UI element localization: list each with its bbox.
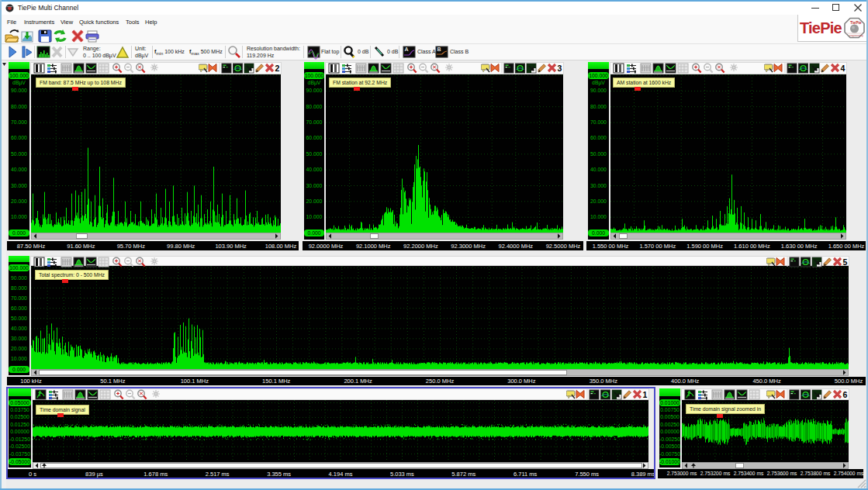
svg-text:2: 2 [275,64,280,73]
svg-text:A: A [405,47,409,52]
svg-text:1: 1 [643,390,648,399]
svg-text:3: 3 [558,64,562,73]
svg-text:B: B [437,47,441,52]
svg-text:4: 4 [841,64,846,73]
svg-text:TiePie: TiePie [850,20,862,25]
svg-text:engineering: engineering [849,34,863,37]
svg-text:6: 6 [843,390,848,399]
svg-text:5: 5 [843,257,848,267]
